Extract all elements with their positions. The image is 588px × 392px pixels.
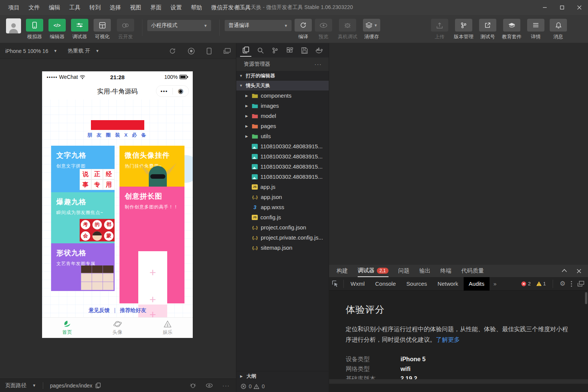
more-button[interactable]: •••: [156, 88, 172, 94]
files-icon[interactable]: [240, 44, 251, 57]
inspect-icon[interactable]: [329, 280, 342, 287]
mode-select[interactable]: 小程序模式 ▼: [147, 20, 211, 31]
compile-mode-select[interactable]: 普通编译 ▼: [225, 20, 292, 31]
avatar[interactable]: [6, 18, 21, 33]
clear-cache-button[interactable]: ▼ 清缓存: [360, 19, 383, 40]
tree-folder-pages[interactable]: ▶ pages: [236, 121, 329, 131]
devtools-tab-console[interactable]: Console: [370, 277, 401, 291]
close-icon[interactable]: [577, 269, 581, 273]
tree-folder-components[interactable]: ▶ components: [236, 90, 329, 101]
simulator-toggle[interactable]: 模拟器: [23, 19, 47, 40]
rotate-device-icon[interactable]: [207, 48, 212, 54]
tab-problems[interactable]: 问题: [398, 265, 410, 277]
tab-avatar[interactable]: 头像: [92, 318, 143, 338]
education-button[interactable]: 教育套件: [499, 19, 525, 40]
section-project[interactable]: ▼ 情头天天换: [236, 81, 329, 90]
tree-folder-model[interactable]: ▶ model: [236, 111, 329, 121]
tree-file-app-js[interactable]: JSapp.js: [236, 182, 329, 192]
menu-item-settings[interactable]: 设置: [167, 3, 186, 13]
tree-file-image[interactable]: 1108100302.48083915...: [236, 141, 329, 151]
tree-folder-images[interactable]: ▶ images: [236, 101, 329, 111]
devtools-tab-network[interactable]: Network: [432, 277, 464, 291]
horizontal-scrollbar[interactable]: [329, 379, 588, 384]
menu-item-view[interactable]: 视图: [126, 3, 145, 13]
debugger-toggle[interactable]: 调试器: [68, 19, 92, 40]
menu-item-project[interactable]: 项目: [5, 3, 23, 13]
learn-more-link[interactable]: 了解更多: [436, 336, 460, 343]
tab-code-quality[interactable]: 代码质量: [461, 265, 484, 277]
red-banner[interactable]: [91, 120, 144, 130]
devtools-tab-wxml[interactable]: Wxml: [345, 277, 370, 291]
feedback-link[interactable]: 意见反馈: [89, 307, 110, 313]
restart-icon[interactable]: [169, 48, 176, 54]
save-icon[interactable]: [299, 44, 310, 57]
tab-home[interactable]: 首页: [42, 318, 92, 338]
hot-reload-select[interactable]: 热重载 开 ▼: [62, 48, 104, 54]
menu-item-edit[interactable]: 编辑: [45, 3, 64, 13]
menu-item-goto[interactable]: 转到: [86, 3, 104, 13]
kebab-menu-icon[interactable]: [571, 281, 572, 287]
more-actions-icon[interactable]: ···: [314, 61, 322, 67]
test-account-button[interactable]: 测试号: [476, 19, 500, 40]
multi-window-icon[interactable]: [224, 48, 231, 54]
more-icon[interactable]: ···: [222, 383, 230, 389]
close-button[interactable]: [571, 0, 588, 15]
search-icon[interactable]: [255, 44, 266, 57]
gear-icon[interactable]: ⚙: [560, 280, 565, 288]
tab-entertainment[interactable]: 娱乐: [142, 318, 193, 338]
notifications-button[interactable]: 消息: [546, 19, 570, 40]
warning-count[interactable]: 1: [536, 281, 546, 286]
editor-toggle[interactable]: </> 编辑器: [45, 19, 69, 40]
section-open-editors[interactable]: ▼ 打开的编辑器: [236, 71, 329, 81]
tree-file-project-private-config[interactable]: {..}project.private.config.js...: [236, 232, 329, 243]
tree-folder-utils[interactable]: ▶ utils: [236, 131, 329, 141]
warning-triangle-icon: [536, 281, 542, 286]
page-path-value[interactable]: pages/index/index: [50, 383, 92, 389]
tab-debugger[interactable]: 调试器2,1: [358, 265, 388, 277]
version-control-button[interactable]: 版本管理: [450, 19, 477, 40]
menu-item-interface[interactable]: 界面: [147, 3, 165, 13]
tree-file-image[interactable]: 1108100302.48083915...: [236, 172, 329, 182]
more-tabs-icon[interactable]: »: [490, 280, 500, 287]
tree-file-image[interactable]: 1108100302.48083915...: [236, 151, 329, 161]
tab-build[interactable]: 构建: [337, 265, 348, 277]
compile-button[interactable]: 编译: [292, 19, 314, 40]
scrollbar-thumb[interactable]: [585, 292, 587, 304]
tree-file-image[interactable]: 1108100302.48083915...: [236, 161, 329, 172]
tree-file-project-config[interactable]: {..}project.config.json: [236, 222, 329, 232]
record-stop-icon[interactable]: [188, 48, 195, 54]
minimize-button[interactable]: [536, 0, 553, 15]
tree-file-sitemap[interactable]: {..}sitemap.json: [236, 243, 329, 253]
menu-item-tools[interactable]: 工具: [65, 3, 84, 13]
tree-file-app-json[interactable]: {..}app.json: [236, 192, 329, 202]
docker-icon[interactable]: [314, 44, 325, 57]
tab-output[interactable]: 输出: [419, 265, 431, 277]
tree-file-app-wxss[interactable]: 3app.wxss: [236, 202, 329, 212]
chevron-up-icon[interactable]: [562, 269, 567, 272]
copy-icon[interactable]: [95, 383, 101, 388]
devtools-tab-sources[interactable]: Sources: [401, 277, 432, 291]
undock-icon[interactable]: [577, 281, 584, 286]
problems-summary[interactable]: 0 0: [236, 381, 329, 392]
page-path-label[interactable]: 页面路径: [5, 382, 26, 389]
maximize-button[interactable]: [553, 0, 571, 15]
exit-target-button[interactable]: ◉: [173, 87, 189, 95]
source-control-icon[interactable]: [269, 44, 281, 57]
card-long-image[interactable]: 创意拼长图 制作创意多图的高手！！ + + + 展示图: [119, 187, 184, 303]
details-button[interactable]: 详情: [524, 19, 548, 40]
card-avatar-pendant[interactable]: 微信头像挂件 热门挂件免费用~: [119, 146, 184, 187]
extensions-icon[interactable]: [284, 44, 296, 57]
menu-item-select[interactable]: 选择: [106, 3, 125, 13]
recommend-link[interactable]: 推荐给好友: [120, 307, 146, 313]
devtools-tab-audits[interactable]: Audits: [464, 277, 490, 291]
tab-terminal[interactable]: 终端: [440, 265, 452, 277]
outline-section[interactable]: ▶ 大纲: [236, 371, 329, 381]
visualization-toggle[interactable]: 可视化: [90, 19, 114, 40]
menu-item-file[interactable]: 文件: [25, 3, 44, 13]
bug-icon[interactable]: [190, 383, 196, 388]
tree-file-config-js[interactable]: JSconfig.js: [236, 212, 329, 222]
error-count[interactable]: 2: [521, 281, 531, 286]
device-select[interactable]: iPhone 5 100% 16 ▼: [0, 48, 62, 54]
eye-icon[interactable]: [206, 383, 213, 388]
menu-item-help[interactable]: 帮助: [187, 3, 206, 13]
